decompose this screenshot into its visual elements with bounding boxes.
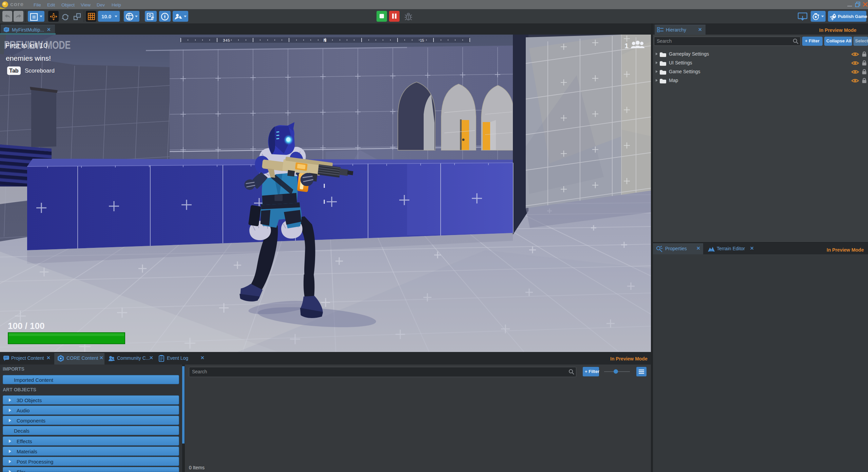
svg-text:N: N bbox=[324, 38, 327, 43]
svg-text:Tab: Tab bbox=[9, 68, 18, 74]
svg-text:100 / 100: 100 / 100 bbox=[8, 321, 44, 331]
svg-text:1: 1 bbox=[624, 42, 629, 50]
svg-text:First to kill 10: First to kill 10 bbox=[5, 41, 47, 49]
svg-text:enemies wins!: enemies wins! bbox=[6, 54, 51, 62]
svg-text:Scoreboard: Scoreboard bbox=[25, 67, 55, 74]
svg-text:345: 345 bbox=[223, 38, 230, 42]
svg-text:15: 15 bbox=[420, 38, 424, 42]
